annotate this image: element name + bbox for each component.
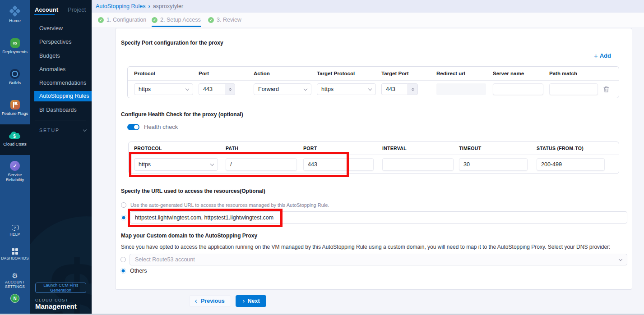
port-number-input[interactable]: 443 bbox=[199, 83, 254, 95]
col-server-name: Server name bbox=[493, 71, 549, 76]
custom-domain-heading: Map your Custom domain to the AutoStoppi… bbox=[121, 233, 257, 239]
breadcrumb-current: asproxytyler bbox=[153, 3, 183, 9]
sidebar-divider bbox=[35, 120, 86, 120]
rail-item-deployments[interactable]: ∞ Deployments bbox=[0, 37, 30, 55]
health-protocol-select[interactable]: https bbox=[134, 158, 218, 171]
action-select[interactable]: Forward bbox=[254, 83, 311, 95]
sidebar-tab-project[interactable]: Project bbox=[68, 6, 86, 13]
rail-label: HELP bbox=[9, 233, 20, 237]
help-icon: ? bbox=[12, 224, 19, 231]
breadcrumb: AutoStopping Rules › asproxytyler bbox=[92, 0, 644, 13]
user-avatar[interactable]: N bbox=[0, 294, 30, 303]
cloud-costs-icon: $ bbox=[9, 130, 21, 141]
route53-radio[interactable] bbox=[120, 257, 126, 262]
rail-label: Service Reliability bbox=[2, 173, 28, 183]
redirect-url-input[interactable] bbox=[436, 83, 486, 95]
rail-item-home[interactable]: Home bbox=[0, 6, 30, 23]
health-check-table: PROTOCOL PATH PORT INTERVAL TIMEOUT STAT… bbox=[128, 142, 619, 174]
path-match-input[interactable] bbox=[549, 83, 598, 95]
cloud-costs-sidebar: $ Account Project Overview Perspectives … bbox=[30, 0, 92, 315]
step-label: 1. Configuration bbox=[107, 17, 146, 23]
custom-url-radio[interactable] bbox=[121, 215, 126, 220]
rail-item-feature-flags[interactable]: Feature Flags bbox=[0, 99, 30, 116]
sidebar-item-overview[interactable]: Overview bbox=[30, 25, 92, 32]
health-check-toggle[interactable] bbox=[127, 124, 139, 130]
rail-item-account-settings[interactable]: ⚙ ACCOUNT SETTINGS bbox=[0, 272, 30, 289]
sidebar-item-bi-dashboards[interactable]: BI Dashboards bbox=[30, 107, 92, 113]
health-path-input[interactable] bbox=[226, 158, 297, 171]
wizard-tab-bar: ✓ 1. Configuration ✓ 2. Setup Access ✓ 3… bbox=[92, 13, 644, 27]
auto-url-option-label: Use the auto-generated URL to access the… bbox=[130, 202, 329, 208]
health-table-row: https bbox=[129, 155, 619, 174]
sidebar-tab-account[interactable]: Account bbox=[35, 6, 58, 13]
sidebar-item-perspectives[interactable]: Perspectives bbox=[30, 39, 92, 45]
wizard-step-review[interactable]: ✓ 3. Review bbox=[208, 13, 241, 27]
port-table-header: Protocol Port Action Target Protocol Tar… bbox=[128, 67, 619, 81]
setup-access-panel: Specify Port configuration for the proxy… bbox=[115, 28, 632, 290]
rail-label: Deployments bbox=[2, 50, 27, 55]
rail-label: Cloud Costs bbox=[3, 142, 27, 147]
chevron-right-icon bbox=[241, 299, 245, 302]
wizard-step-configuration[interactable]: ✓ 1. Configuration bbox=[98, 13, 146, 27]
health-interval-input[interactable] bbox=[382, 158, 454, 171]
rail-label: ACCOUNT SETTINGS bbox=[2, 280, 28, 289]
delete-row-button[interactable] bbox=[603, 86, 609, 93]
trash-icon bbox=[603, 86, 609, 93]
col-target-protocol: Target Protocol bbox=[317, 71, 381, 76]
launch-ccm-first-gen-button[interactable]: Launch CCM First Generation bbox=[35, 283, 86, 293]
port-stepper[interactable] bbox=[225, 83, 235, 95]
rail-label: Builds bbox=[9, 81, 21, 86]
auto-url-option: Use the auto-generated URL to access the… bbox=[121, 202, 329, 208]
target-port-stepper[interactable] bbox=[408, 83, 418, 95]
builds-icon bbox=[10, 68, 20, 79]
rail-label: DASHBOARDS bbox=[1, 256, 29, 261]
module-rail: Home ∞ Deployments Builds Feature Flags … bbox=[0, 0, 30, 315]
target-protocol-value: https bbox=[321, 86, 334, 92]
health-timeout-input[interactable] bbox=[459, 158, 528, 171]
add-button-label: Add bbox=[600, 52, 611, 59]
protocol-select[interactable]: https bbox=[134, 83, 193, 95]
home-icon bbox=[10, 6, 19, 17]
rail-item-help[interactable]: ? HELP bbox=[0, 224, 30, 237]
chevron-down-icon bbox=[83, 128, 87, 131]
account-settings-gear-icon: ⚙ bbox=[12, 272, 18, 279]
next-button[interactable]: Next bbox=[236, 295, 266, 307]
col-target-port: Target Port bbox=[381, 71, 436, 76]
rail-item-dashboards[interactable]: DASHBOARDS bbox=[0, 248, 30, 261]
breadcrumb-parent-link[interactable]: AutoStopping Rules bbox=[96, 3, 146, 9]
wizard-step-setup-access[interactable]: ✓ 2. Setup Access bbox=[152, 13, 201, 27]
previous-button[interactable]: Previous bbox=[189, 295, 231, 307]
rail-item-cloud-costs[interactable]: $ Cloud Costs bbox=[0, 130, 30, 147]
auto-url-radio[interactable] bbox=[121, 202, 126, 208]
plus-icon: + bbox=[594, 52, 598, 59]
sidebar-item-budgets[interactable]: Budgets bbox=[30, 53, 92, 59]
chevron-down-icon bbox=[210, 162, 214, 165]
next-button-label: Next bbox=[247, 298, 259, 304]
rail-item-service-reliability[interactable]: ✓ Service Reliability bbox=[0, 160, 30, 183]
rail-item-builds[interactable]: Builds bbox=[0, 68, 30, 86]
chevron-down-icon bbox=[185, 87, 189, 90]
others-radio[interactable] bbox=[120, 268, 126, 274]
chevron-down-icon bbox=[304, 87, 307, 90]
server-name-input[interactable] bbox=[493, 83, 543, 95]
sidebar-item-recommendations[interactable]: Recommendations bbox=[30, 80, 92, 86]
sidebar-setup-group[interactable]: SETUP bbox=[39, 128, 86, 133]
step-check-icon: ✓ bbox=[152, 17, 158, 23]
custom-url-input[interactable] bbox=[130, 211, 627, 224]
step-label: 2. Setup Access bbox=[160, 17, 201, 23]
target-protocol-select[interactable]: https bbox=[317, 83, 376, 95]
health-status-range-input[interactable] bbox=[537, 158, 605, 171]
add-port-row-button[interactable]: + Add bbox=[594, 52, 611, 59]
col-redirect-url: Redirect url bbox=[436, 71, 493, 76]
sidebar-item-anomalies[interactable]: Anomalies bbox=[30, 66, 92, 73]
sidebar-item-autostopping-rules[interactable]: AutoStopping Rules bbox=[34, 91, 92, 101]
target-port-number-input[interactable]: 443 bbox=[381, 83, 436, 95]
route53-account-select[interactable]: Select Route53 account bbox=[130, 254, 627, 265]
port-config-section-label: Specify Port configuration for the proxy bbox=[121, 40, 223, 46]
others-option-label: Others bbox=[130, 268, 147, 274]
col-action: Action bbox=[254, 71, 317, 76]
health-port-input[interactable] bbox=[303, 158, 374, 171]
chevron-down-icon bbox=[619, 257, 622, 260]
action-value: Forward bbox=[258, 86, 279, 92]
dashboards-icon bbox=[12, 248, 18, 255]
